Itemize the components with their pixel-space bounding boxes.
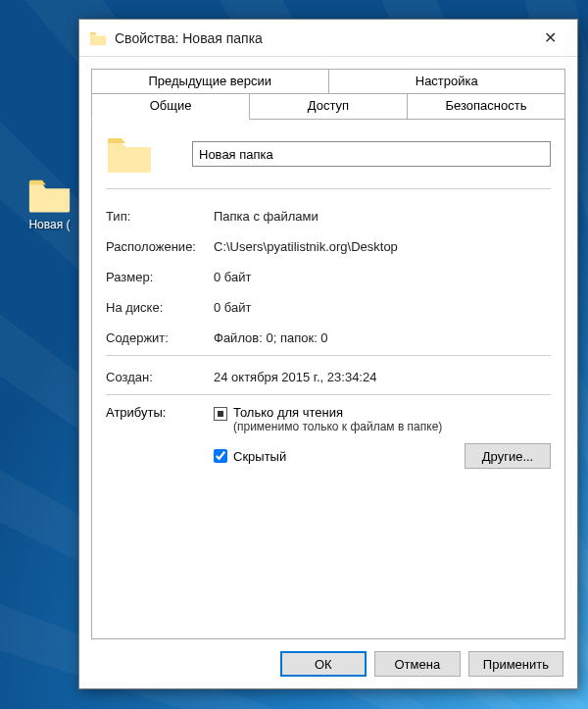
size-value: 0 байт [214,270,551,284]
ondisk-label: На диске: [106,300,214,315]
other-attributes-button[interactable]: Другие... [465,443,551,469]
tab-sharing[interactable]: Доступ [249,94,408,120]
tab-panel-general: Тип: Папка с файлами Расположение: C:\Us… [91,120,565,639]
contains-label: Содержит: [106,330,214,345]
desktop-folder-label: Новая ( [18,218,81,231]
close-button[interactable]: ✕ [530,24,569,53]
titlebar[interactable]: Свойства: Новая папка ✕ [79,20,577,57]
tab-customize[interactable]: Настройка [328,69,566,94]
hidden-label: Скрытый [233,449,286,464]
location-value: C:\Users\pyatilistnik.org\Desktop [214,239,551,254]
readonly-checkbox[interactable] [214,407,227,421]
type-value: Папка с файлами [214,209,551,224]
separator [106,355,551,356]
apply-button[interactable]: Применить [468,651,564,677]
folder-icon [89,30,107,46]
tab-security[interactable]: Безопасность [407,94,565,120]
ok-button[interactable]: ОК [280,651,367,677]
attributes-label: Атрибуты: [106,405,214,469]
folder-icon [27,177,72,214]
close-icon: ✕ [544,28,557,47]
type-label: Тип: [106,209,214,224]
properties-dialog: Свойства: Новая папка ✕ Предыдущие верси… [78,19,578,689]
window-title: Свойства: Новая папка [115,30,530,46]
separator [106,394,551,395]
tab-general[interactable]: Общие [91,94,250,120]
cancel-button[interactable]: Отмена [374,651,461,677]
folder-icon [106,133,163,175]
tab-previous-versions[interactable]: Предыдущие версии [91,69,329,94]
location-label: Расположение: [106,239,214,254]
size-label: Размер: [106,270,214,284]
dialog-footer: ОК Отмена Применить [79,639,577,688]
created-value: 24 октября 2015 г., 23:34:24 [214,370,551,384]
readonly-subtext: (применимо только к файлам в папке) [233,420,442,433]
hidden-checkbox[interactable] [214,449,227,463]
folder-name-input[interactable] [192,141,551,167]
ondisk-value: 0 байт [214,300,551,315]
hidden-checkbox-label[interactable]: Скрытый [214,449,447,464]
created-label: Создан: [106,370,214,384]
tabs: Предыдущие версии Настройка Общие Доступ… [79,57,577,120]
readonly-label: Только для чтения [233,405,442,420]
desktop-folder-icon[interactable]: Новая ( [18,177,81,231]
contains-value: Файлов: 0; папок: 0 [214,330,551,345]
